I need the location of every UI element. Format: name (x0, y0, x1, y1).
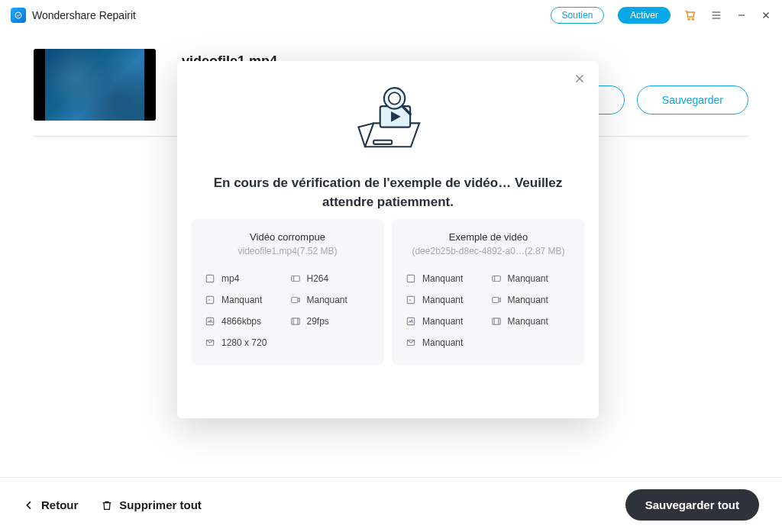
attr-value: Manquant (422, 316, 463, 327)
support-button[interactable]: Soutien (551, 7, 605, 24)
attr-item: Manquant (491, 273, 572, 284)
svg-rect-18 (291, 276, 299, 282)
sample-video-panel: Exemple de vidéo (dee2b25b-d8ec-4892-a0…… (392, 219, 585, 365)
app-title: Wondershare Repairit (32, 9, 136, 21)
attr-value: Manquant (422, 295, 463, 305)
attr-value: Manquant (221, 295, 262, 305)
svg-rect-31 (492, 298, 498, 303)
close-icon[interactable] (573, 72, 586, 85)
attr-item: 1280 x 720 (205, 337, 286, 348)
attr-item: Manquant (406, 316, 486, 327)
svg-rect-33 (492, 318, 500, 324)
attr-value: H264 (307, 273, 329, 284)
svg-point-1 (688, 18, 690, 20)
attr-item: Manquant (406, 337, 486, 348)
attr-value: Manquant (307, 295, 347, 305)
attr-item: Manquant (290, 295, 371, 305)
attr-item: Manquant (491, 316, 572, 327)
footer: Retour Supprimer tout Sauvegarder tout (0, 477, 782, 532)
svg-point-2 (692, 18, 693, 20)
sample-panel-sub: (dee2b25b-d8ec-4892-a0…(2.87 MB) (406, 246, 571, 256)
modal-heading: En cours de vérification de l'exemple de… (191, 174, 585, 211)
modal-illustration-icon (191, 75, 585, 166)
cart-icon[interactable] (684, 9, 696, 21)
save-button[interactable]: Sauvegarder (637, 85, 748, 114)
attr-item: mp4 (205, 273, 286, 284)
attr-value: Manquant (508, 273, 548, 284)
back-label: Retour (41, 498, 78, 511)
activate-button[interactable]: Activer (618, 7, 671, 24)
attr-value: Manquant (508, 295, 548, 305)
svg-point-0 (15, 12, 21, 18)
sample-panel-title: Exemple de vidéo (406, 231, 571, 243)
svg-rect-27 (407, 276, 414, 282)
attr-value: 29fps (307, 316, 329, 327)
menu-icon[interactable] (710, 9, 722, 21)
attr-item: Manquant (205, 295, 286, 305)
back-button[interactable]: Retour (23, 498, 78, 511)
corrupt-video-panel: Vidéo corrompue videofile1.mp4(7.52 MB) … (191, 219, 384, 365)
svg-point-15 (389, 92, 400, 104)
video-thumbnail[interactable] (34, 49, 156, 121)
minimize-window-icon[interactable] (736, 10, 747, 21)
close-window-icon[interactable] (761, 10, 771, 21)
corrupt-panel-sub: videofile1.mp4(7.52 MB) (205, 246, 370, 256)
corrupt-panel-title: Vidéo corrompue (205, 231, 370, 243)
save-all-button[interactable]: Sauvegarder tout (625, 489, 759, 521)
verification-modal: En cours de vérification de l'exemple de… (177, 61, 599, 418)
titlebar-right: Soutien Activer (551, 7, 771, 24)
attr-item: H264 (290, 273, 371, 284)
svg-rect-21 (291, 298, 297, 303)
attr-value: 1280 x 720 (221, 337, 267, 348)
attr-value: 4866kbps (221, 316, 261, 327)
svg-rect-23 (291, 318, 299, 324)
app-logo-icon (11, 8, 26, 23)
row-actions: er Sauvegarder (574, 85, 748, 114)
svg-rect-17 (206, 276, 213, 282)
delete-all-button[interactable]: Supprimer tout (101, 498, 202, 511)
attr-item: Manquant (406, 295, 486, 305)
attr-value: Manquant (422, 337, 463, 348)
attr-item: 29fps (290, 316, 371, 327)
attr-item: Manquant (406, 273, 486, 284)
attr-item: 4866kbps (205, 316, 286, 327)
attr-value: mp4 (221, 273, 239, 284)
svg-rect-28 (492, 276, 500, 282)
titlebar: Wondershare Repairit Soutien Activer (0, 0, 782, 31)
attr-item: Manquant (491, 295, 572, 305)
delete-all-label: Supprimer tout (119, 498, 202, 511)
attr-value: Manquant (508, 316, 548, 327)
attr-value: Manquant (422, 273, 463, 284)
